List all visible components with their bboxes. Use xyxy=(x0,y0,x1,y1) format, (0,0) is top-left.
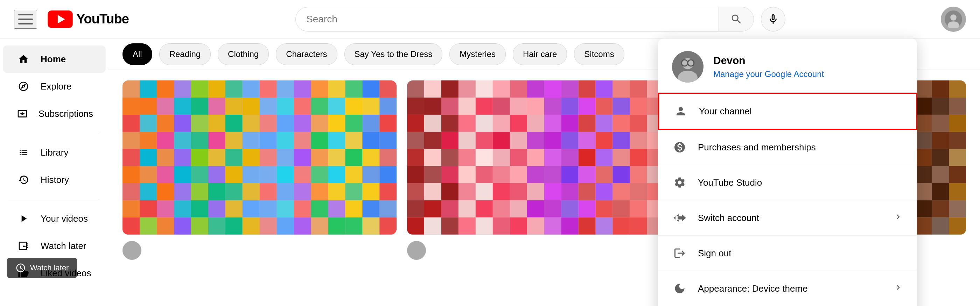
dropdown-user-info: Devon Manage your Google Account xyxy=(713,55,824,79)
dropdown-item-label: Purchases and memberships xyxy=(698,142,903,153)
watch-later-label: Watch later xyxy=(30,263,68,273)
dropdown-item-appearance-device-theme[interactable]: Appearance: Device theme xyxy=(658,271,917,306)
watch-later-icon xyxy=(15,263,26,273)
dropdown-item-label: Sign out xyxy=(698,248,903,259)
chevron-right-icon xyxy=(893,212,903,224)
manage-google-account-link[interactable]: Manage your Google Account xyxy=(713,69,824,79)
switch-icon xyxy=(672,210,687,225)
chevron-right-icon xyxy=(893,282,903,295)
moon-icon xyxy=(672,281,687,296)
dropdown-avatar-icon xyxy=(672,51,703,82)
dropdown-item-label: Appearance: Device theme xyxy=(698,283,883,294)
dropdown-header: Devon Manage your Google Account xyxy=(658,38,917,93)
dropdown-username: Devon xyxy=(713,55,824,67)
signout-icon xyxy=(672,246,687,261)
watch-later-badge: Watch later xyxy=(7,258,77,278)
dropdown-item-purchases-and-memberships[interactable]: Purchases and memberships xyxy=(658,130,917,165)
dropdown-item-your-channel[interactable]: Your channel xyxy=(658,93,917,130)
dropdown-avatar xyxy=(672,51,703,82)
dropdown-item-switch-account[interactable]: Switch account xyxy=(658,200,917,236)
dollar-icon xyxy=(672,140,687,155)
dropdown-item-label: YouTube Studio xyxy=(698,177,903,188)
dropdown-menu: Devon Manage your Google Account Your ch… xyxy=(658,38,917,306)
gear-icon xyxy=(672,175,687,190)
dropdown-item-sign-out[interactable]: Sign out xyxy=(658,236,917,271)
dropdown-item-youtube-studio[interactable]: YouTube Studio xyxy=(658,165,917,200)
person-icon xyxy=(673,103,689,119)
dropdown-item-label: Your channel xyxy=(699,106,902,117)
dropdown-item-label: Switch account xyxy=(698,212,883,224)
